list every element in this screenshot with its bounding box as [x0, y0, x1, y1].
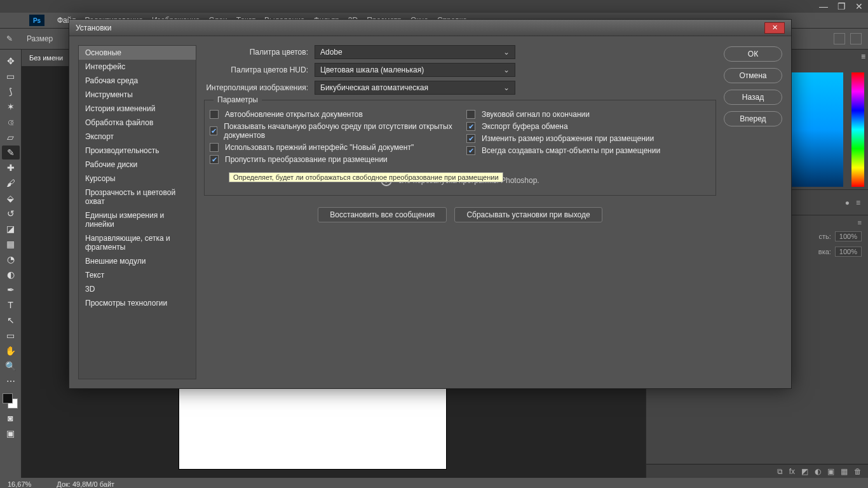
checkbox[interactable] [466, 134, 475, 143]
tool-eraser[interactable]: ◪ [2, 222, 20, 236]
checkbox-label: Показывать начальную рабочую среду при о… [224, 122, 454, 140]
settings-content: Палитра цветов: Adobe Палитра цветов HUD… [204, 45, 716, 379]
color-picker-select[interactable]: Adobe [315, 45, 515, 59]
cancel-button[interactable]: Отмена [724, 68, 782, 83]
tool-blur[interactable]: ◔ [2, 252, 20, 266]
tool-pen[interactable]: ✒ [2, 283, 20, 297]
checkbox[interactable] [466, 146, 475, 155]
link-icon[interactable]: ⧉ [777, 467, 783, 476]
preferences-dialog: Установки ✕ ОсновныеИнтерфейсРабочая сре… [69, 19, 792, 389]
tool-more[interactable]: ⋯ [2, 374, 20, 388]
tool-quickselect[interactable]: ✶ [2, 100, 20, 114]
tool-move[interactable]: ✥ [2, 54, 20, 68]
checkbox[interactable] [466, 122, 475, 131]
close-icon[interactable]: ✕ [850, 1, 868, 11]
category-item[interactable]: Направляющие, сетка и фрагменты [79, 231, 196, 254]
eyedropper-icon[interactable]: ✎ [6, 34, 20, 43]
category-item[interactable]: Обработка файлов [79, 116, 196, 130]
category-item[interactable]: Курсоры [79, 172, 196, 186]
ok-button[interactable]: ОК [724, 46, 782, 62]
checkbox[interactable] [466, 110, 475, 119]
reset-on-quit-button[interactable]: Сбрасывать установки при выходе [454, 207, 602, 222]
panel-menu-icon[interactable]: ≡ [861, 52, 865, 61]
adjust-icon[interactable]: ◐ [815, 467, 821, 476]
brush-dot-icon[interactable]: ● [845, 198, 850, 207]
tool-heal[interactable]: ✚ [2, 161, 20, 175]
checkbox-row[interactable]: Изменить размер изображения при размещен… [466, 134, 710, 143]
category-item[interactable]: Прозрачность и цветовой охват [79, 186, 196, 208]
color-swatches[interactable] [2, 393, 20, 410]
new-layer-icon[interactable]: ▦ [841, 467, 848, 476]
tool-type[interactable]: T [2, 298, 20, 312]
category-item[interactable]: Просмотры технологии [79, 296, 196, 310]
tool-history[interactable]: ↺ [2, 207, 20, 220]
checkbox-row[interactable]: Пропустить преобразование при размещении [210, 155, 454, 164]
tool-frame[interactable]: ▱ [2, 130, 20, 144]
interpolation-select[interactable]: Бикубическая автоматическая [315, 81, 515, 95]
foreground-swatch[interactable] [3, 393, 13, 403]
trash-icon[interactable]: 🗑 [854, 467, 862, 476]
minimize-icon[interactable]: — [815, 1, 832, 11]
category-list: ОсновныеИнтерфейсРабочая средаИнструмент… [78, 45, 196, 379]
tool-path[interactable]: ↖ [2, 313, 20, 327]
document-tab[interactable]: Без имени [22, 50, 71, 66]
tool-brush[interactable]: 🖌 [2, 176, 20, 190]
prev-button[interactable]: Назад [724, 90, 782, 105]
fill-label: вка: [818, 248, 831, 255]
checkbox[interactable] [210, 126, 217, 135]
category-item[interactable]: Инструменты [79, 88, 196, 102]
workspace-icon[interactable] [850, 33, 862, 44]
category-item[interactable]: Производительность [79, 144, 196, 158]
mask-icon[interactable]: ◩ [801, 467, 808, 476]
tool-quickmask[interactable]: ◙ [2, 411, 20, 425]
tool-dodge[interactable]: ◐ [2, 268, 20, 281]
checkbox-row[interactable]: Звуковой сигнал по окончании [466, 110, 710, 119]
category-item[interactable]: Единицы измерения и линейки [79, 208, 196, 231]
tool-shape[interactable]: ▭ [2, 329, 20, 342]
category-item[interactable]: Внешние модули [79, 254, 196, 268]
fill-value[interactable]: 100% [835, 247, 862, 257]
category-item[interactable]: История изменений [79, 102, 196, 116]
opacity-label: сть: [819, 233, 831, 240]
tool-hand[interactable]: ✋ [2, 344, 20, 358]
fx-icon[interactable]: fx [789, 467, 795, 476]
folder-icon[interactable]: ▣ [827, 467, 834, 476]
category-item[interactable]: Экспорт [79, 130, 196, 144]
tool-marquee[interactable]: ▭ [2, 69, 20, 83]
checkbox-row[interactable]: Автообновление открытых документов [210, 110, 454, 119]
checkbox-row[interactable]: Использовать прежний интерфейс "Новый до… [210, 143, 454, 152]
panel-menu-icon[interactable]: ≡ [856, 198, 860, 207]
checkbox-row[interactable]: Экспорт буфера обмена [466, 122, 710, 131]
tool-zoom[interactable]: 🔍 [2, 359, 20, 373]
tool-stamp[interactable]: ⬙ [2, 191, 20, 205]
tool-screenmode[interactable]: ▣ [2, 426, 20, 440]
toolbar: ✥ ▭ ⟆ ✶ ⟃ ▱ ✎ ✚ 🖌 ⬙ ↺ ◪ ▦ ◔ ◐ ✒ T ↖ ▭ ✋ … [0, 50, 22, 478]
panel-menu-icon[interactable]: ≡ [858, 219, 862, 226]
hud-picker-select[interactable]: Цветовая шкала (маленькая) [315, 63, 515, 77]
checkbox[interactable] [210, 110, 219, 119]
category-item[interactable]: Рабочая среда [79, 74, 196, 88]
zoom-level[interactable]: 16,67% [8, 480, 31, 488]
checkbox[interactable] [210, 155, 219, 164]
reset-warnings-button[interactable]: Восстановить все сообщения [318, 207, 447, 222]
next-button[interactable]: Вперед [724, 111, 782, 126]
maximize-icon[interactable]: ❐ [832, 1, 850, 11]
tool-eyedropper[interactable]: ✎ [2, 146, 20, 159]
category-item[interactable]: Основные [79, 46, 196, 60]
opacity-value[interactable]: 100% [835, 231, 862, 241]
category-item[interactable]: Текст [79, 268, 196, 282]
dialog-close-button[interactable]: ✕ [764, 22, 785, 34]
tool-lasso[interactable]: ⟆ [2, 85, 20, 98]
checkbox[interactable] [210, 143, 219, 152]
checkbox-row[interactable]: Всегда создавать смарт-объекты при разме… [466, 146, 710, 155]
tool-gradient[interactable]: ▦ [2, 237, 20, 251]
category-item[interactable]: Рабочие диски [79, 158, 196, 172]
search-icon[interactable] [834, 33, 845, 44]
tool-crop[interactable]: ⟃ [2, 115, 20, 129]
checkbox-label: Изменить размер изображения при размещен… [482, 134, 654, 143]
dialog-titlebar[interactable]: Установки ✕ [69, 20, 791, 36]
checkbox-row[interactable]: Показывать начальную рабочую среду при о… [210, 122, 454, 140]
hue-slider[interactable] [851, 72, 864, 187]
category-item[interactable]: 3D [79, 282, 196, 296]
category-item[interactable]: Интерфейс [79, 60, 196, 74]
